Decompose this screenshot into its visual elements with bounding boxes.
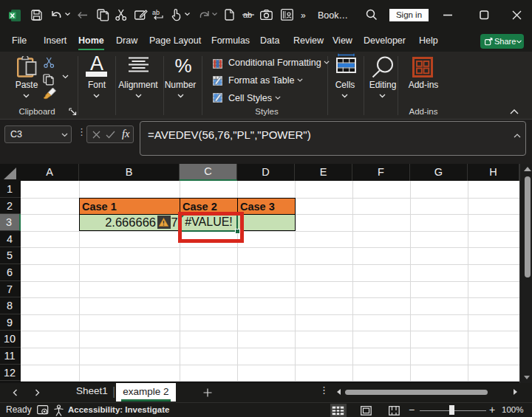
svg-text:ab: ab bbox=[152, 9, 160, 16]
